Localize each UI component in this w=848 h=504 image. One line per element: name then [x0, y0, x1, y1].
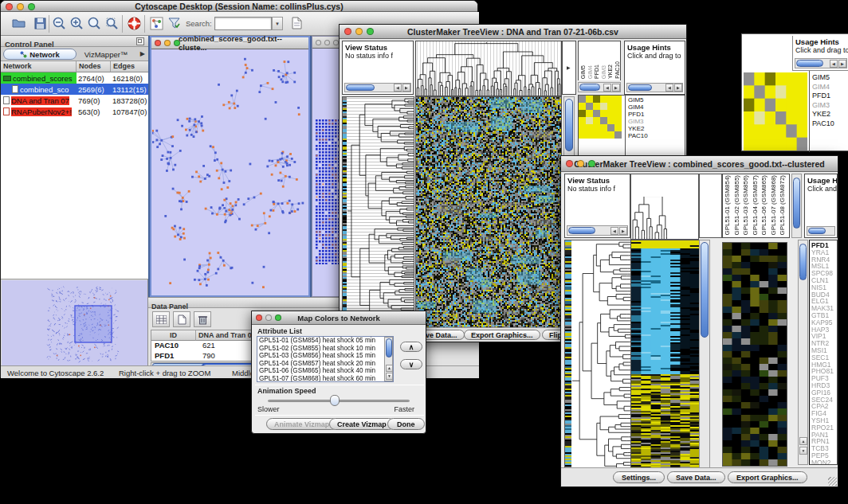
col-nodes[interactable]: Nodes — [77, 61, 111, 72]
scroll-left-icon[interactable]: ◀ — [665, 84, 673, 92]
open-file-icon[interactable] — [10, 15, 28, 31]
animate-vizmap-button[interactable]: Animate Vizmap — [266, 418, 337, 430]
filter-icon[interactable] — [165, 15, 183, 31]
attribute-item[interactable]: GPL51-04 (GSM857) heat shock 20 min — [257, 360, 393, 368]
column-label[interactable]: GPL51-02 (GSM855) — [734, 175, 740, 236]
network-row-combined-scores[interactable]: combined_scores 2764(0) 16218(0) — [1, 72, 148, 84]
zoom-window-icon[interactable] — [174, 40, 180, 46]
labels-vscrollbar[interactable] — [791, 174, 802, 238]
scroll-down-icon[interactable]: ▼ — [799, 447, 807, 455]
column-label[interactable]: GPL51-03 (GSM856) — [743, 175, 749, 236]
expand-arrow-icon[interactable]: ▶ — [567, 64, 571, 70]
scroll-left-icon[interactable]: ◀ — [603, 84, 611, 92]
attribute-item[interactable]: GPL51-01 (GSM854) heat shock 05 min — [257, 337, 393, 345]
network-overview-icon[interactable] — [147, 15, 165, 31]
column-label[interactable]: GPL51-08 (GSM872) — [779, 175, 786, 236]
fragment-hscrollbar[interactable]: ◀ ▶ — [795, 58, 847, 68]
column-label[interactable]: GPL51-04 (GSM857) — [752, 175, 759, 236]
main-titlebar[interactable]: Cytoscape Desktop (Session Name: collins… — [1, 1, 477, 12]
column-dendrogram[interactable] — [630, 174, 699, 240]
scroll-up-icon[interactable]: ▲ — [386, 365, 393, 372]
search-input[interactable] — [214, 17, 272, 30]
search-dropdown-button[interactable]: ▼ — [272, 17, 283, 30]
tab-overflow-icon[interactable]: ▶ — [140, 50, 145, 57]
network-canvas[interactable] — [152, 50, 308, 295]
row-dendrogram[interactable] — [571, 240, 631, 471]
export-graphics-button[interactable]: Export Graphics... — [728, 471, 807, 483]
minimize-icon[interactable] — [17, 3, 24, 10]
done-button[interactable]: Done — [387, 418, 425, 430]
scroll-right-icon[interactable]: ▶ — [838, 60, 846, 68]
attribute-item[interactable]: GPL51-02 (GSM855) heat shock 10 min — [257, 345, 393, 353]
attribute-item[interactable]: GPL51-03 (GSM856) heat shock 15 min — [257, 352, 393, 360]
usage-hscrollbar[interactable] — [807, 226, 835, 236]
attribute-item[interactable]: GPL51-06 (GSM865) heat shock 40 min — [257, 367, 393, 375]
column-label[interactable]: GPL51-07 (GSM868) — [771, 175, 777, 236]
heatmap-vscrollbar[interactable] — [699, 240, 710, 471]
gene-label[interactable]: MON2 — [811, 459, 837, 465]
minimize-icon[interactable] — [164, 40, 171, 46]
save-data-button[interactable]: Save Data... — [667, 471, 725, 483]
zoom-window-icon[interactable] — [367, 28, 374, 35]
delete-attribute-button[interactable] — [194, 311, 211, 327]
resize-grip[interactable] — [828, 477, 837, 486]
move-down-button[interactable]: ∨ — [400, 359, 422, 369]
gene-label[interactable]: GIM5 — [812, 74, 834, 84]
treeview-combined-titlebar[interactable]: ClusterMaker TreeView : combined_scores_… — [561, 156, 838, 172]
zoom-matrix-heatmap[interactable] — [744, 72, 807, 150]
minimize-icon[interactable] — [324, 40, 330, 45]
column-label[interactable]: GPL51-01 (GSM854) — [724, 175, 731, 236]
genelist-vscrollbar[interactable]: ▲ ▼ — [798, 240, 808, 465]
new-attribute-button[interactable] — [173, 311, 190, 327]
zoom-fit-icon[interactable] — [85, 15, 103, 31]
gene-label[interactable]: YKE2 — [812, 111, 834, 120]
save-icon[interactable] — [31, 15, 49, 31]
float-panel-icon[interactable] — [136, 37, 144, 45]
column-label[interactable]: GIM3 — [601, 65, 607, 79]
global-heatmap[interactable] — [630, 240, 701, 471]
zoom-window-icon[interactable] — [333, 40, 339, 45]
column-label[interactable]: GIM5 — [580, 65, 586, 79]
attribute-list[interactable]: GPL51-01 (GSM854) heat shock 05 min GPL5… — [257, 336, 394, 382]
gene-label[interactable]: PFD1 — [812, 92, 834, 102]
view-status-hscrollbar[interactable]: ◀ ▶ — [567, 225, 628, 236]
scroll-right-icon[interactable]: ▶ — [619, 227, 627, 235]
col-network[interactable]: Network — [1, 61, 77, 72]
scroll-right-icon[interactable]: ▶ — [612, 84, 620, 92]
zoom-in-icon[interactable] — [68, 15, 85, 31]
network-overview-panel[interactable] — [2, 280, 147, 367]
speed-slider-thumb[interactable] — [330, 395, 340, 406]
zoom-window-icon[interactable] — [588, 160, 595, 167]
close-icon[interactable] — [155, 40, 161, 46]
export-graphics-button[interactable]: Export Graphics... — [464, 330, 540, 340]
lifering-help-icon[interactable] — [125, 15, 143, 31]
usage-hscrollbar[interactable]: ◀ ▶ — [626, 83, 683, 92]
close-icon[interactable] — [566, 160, 573, 167]
scroll-left-icon[interactable]: ◀ — [394, 84, 402, 92]
attribute-select-button[interactable] — [152, 311, 170, 327]
close-icon[interactable] — [6, 3, 13, 10]
col-id[interactable]: ID — [151, 330, 196, 341]
column-label[interactable]: PFD1 — [594, 64, 599, 79]
network-row-combined-sco[interactable]: combined_sco 2569(6) 13112(15) — [1, 84, 148, 95]
move-up-button[interactable]: ∧ — [400, 342, 422, 352]
gene-label[interactable]: PAC10 — [628, 133, 648, 140]
close-icon[interactable] — [316, 40, 321, 45]
network-view-window[interactable]: combined_scores_good.txt--cluste... — [150, 36, 310, 297]
attribute-item[interactable]: GPL51-07 (GSM868) heat shock 60 min — [257, 375, 393, 382]
global-heatmap[interactable] — [415, 96, 562, 329]
zoom-window-icon[interactable] — [275, 315, 281, 321]
column-dendrogram[interactable] — [415, 41, 562, 96]
close-icon[interactable] — [256, 315, 262, 321]
column-label[interactable]: GPL51-06 (GSM865) — [761, 175, 768, 236]
zoom-selected-icon[interactable] — [103, 15, 120, 31]
zoom-hscrollbar[interactable]: ◀ ▶ — [578, 82, 621, 92]
tab-network[interactable]: Network — [3, 49, 77, 60]
settings-button[interactable]: Settings... — [613, 471, 665, 483]
column-label[interactable]: PAC10 — [614, 61, 620, 79]
minimize-icon[interactable] — [265, 315, 272, 321]
zoom-out-icon[interactable] — [50, 15, 68, 31]
attribute-list-vscrollbar[interactable]: ▲ ▼ — [384, 337, 393, 381]
scroll-up-icon[interactable]: ▲ — [799, 437, 807, 445]
tab-vizmapper[interactable]: VizMapper™ — [78, 49, 134, 60]
